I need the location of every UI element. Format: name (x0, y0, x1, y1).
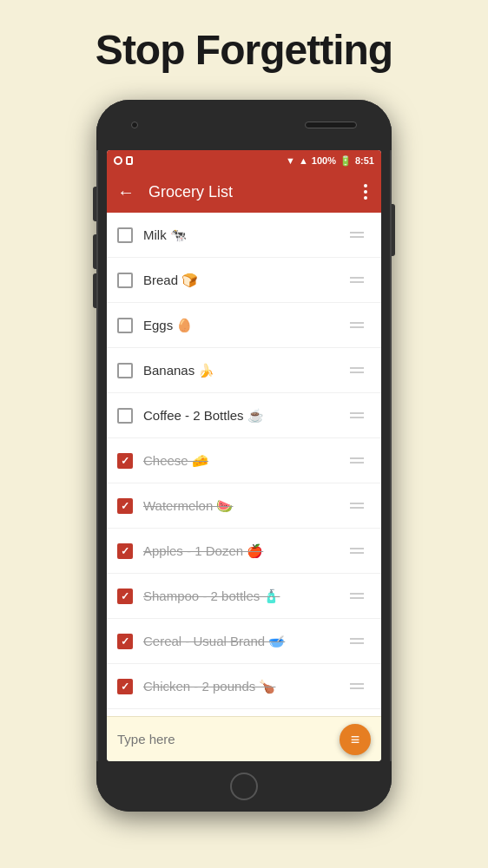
drag-line (350, 326, 364, 328)
list-item: Chicken - 2 pounds 🍗 (107, 664, 381, 709)
drag-line (350, 322, 364, 324)
item-text-7: Watermelon 🍉 (143, 498, 343, 514)
drag-handle-4[interactable] (343, 364, 371, 377)
list-item: Watermelon 🍉 (107, 483, 381, 529)
drag-handle-10[interactable] (343, 635, 371, 648)
item-text-11: Chicken - 2 pounds 🍗 (143, 679, 343, 694)
drag-handle-7[interactable] (343, 499, 371, 512)
phone-bottom-bar (96, 761, 392, 812)
dot-2 (364, 190, 367, 194)
status-bar: ▼ ▲ 100% 🔋 8:51 (107, 150, 381, 171)
checkbox-11[interactable] (117, 679, 133, 694)
fab-icon: ≡ (351, 732, 360, 747)
grocery-list: Milk 🐄Bread 🍞Eggs 🥚Bananas 🍌Coffee - 2 B… (107, 213, 381, 716)
add-item-fab[interactable]: ≡ (340, 724, 371, 755)
list-item: Milk 🐄 (107, 213, 381, 258)
signal-icon: ▲ (299, 155, 308, 166)
overflow-menu-button[interactable] (360, 181, 371, 203)
checkbox-7[interactable] (117, 498, 133, 514)
drag-line (350, 552, 364, 554)
item-text-2: Bread 🍞 (143, 273, 343, 288)
drag-handle-8[interactable] (343, 544, 371, 557)
checkbox-3[interactable] (117, 318, 133, 333)
battery-percent: 100% (312, 155, 336, 166)
drag-line (350, 277, 364, 279)
drag-line (350, 236, 364, 238)
item-text-6: Cheese 🧀 (143, 453, 343, 469)
drag-line (350, 642, 364, 644)
drag-line (350, 462, 364, 464)
dot-3 (364, 196, 367, 200)
checkbox-8[interactable] (117, 543, 133, 559)
item-text-3: Eggs 🥚 (143, 318, 343, 333)
drag-line (350, 457, 364, 459)
drag-line (350, 372, 364, 373)
list-item: Cheese 🧀 (107, 438, 381, 483)
drag-line (350, 548, 364, 549)
wifi-icon: ▼ (286, 155, 295, 166)
dot-1 (364, 184, 367, 187)
list-item: Coffee - 2 Bottles ☕ (107, 393, 381, 438)
item-text-1: Milk 🐄 (143, 227, 343, 243)
drag-handle-9[interactable] (343, 589, 371, 602)
phone-speaker (305, 122, 357, 128)
list-item: Cereal - Usual Brand 🥣 (107, 619, 381, 664)
list-item: Apples - 1 Dozen 🍎 (107, 529, 381, 574)
item-text-10: Cereal - Usual Brand 🥣 (143, 634, 343, 649)
list-item: Shampoo - 2 bottles 🧴 (107, 574, 381, 619)
drag-handle-3[interactable] (343, 319, 371, 332)
drag-handle-1[interactable] (343, 228, 371, 241)
status-lock-icon (126, 156, 133, 165)
phone-screen: ▼ ▲ 100% 🔋 8:51 ← Grocery List Milk 🐄Bre… (107, 150, 381, 761)
drag-line (350, 507, 364, 509)
drag-handle-2[interactable] (343, 273, 371, 286)
page-heading: Stop Forgetting (96, 26, 392, 74)
checkbox-2[interactable] (117, 273, 133, 288)
drag-line (350, 232, 364, 233)
drag-line (350, 503, 364, 504)
status-right-info: ▼ ▲ 100% 🔋 8:51 (286, 155, 374, 167)
checkbox-10[interactable] (117, 634, 133, 649)
list-item: Eggs 🥚 (107, 303, 381, 348)
list-item: Bread 🍞 (107, 258, 381, 303)
battery-icon: 🔋 (340, 155, 352, 167)
drag-line (350, 638, 364, 640)
drag-line (350, 281, 364, 283)
new-item-input[interactable] (117, 732, 340, 746)
time-display: 8:51 (355, 155, 374, 166)
phone-wrapper: ▼ ▲ 100% 🔋 8:51 ← Grocery List Milk 🐄Bre… (96, 100, 392, 812)
drag-line (350, 597, 364, 599)
list-item: Bananas 🍌 (107, 348, 381, 393)
back-button[interactable]: ← (117, 182, 135, 202)
item-text-9: Shampoo - 2 bottles 🧴 (143, 589, 343, 604)
app-bar-title: Grocery List (148, 183, 346, 201)
drag-line (350, 367, 364, 369)
checkbox-4[interactable] (117, 363, 133, 378)
checkbox-1[interactable] (117, 227, 133, 243)
item-text-8: Apples - 1 Dozen 🍎 (143, 543, 343, 559)
app-bar: ← Grocery List (107, 171, 381, 213)
drag-line (350, 417, 364, 418)
item-text-4: Bananas 🍌 (143, 363, 343, 378)
status-circle-icon (114, 156, 122, 165)
home-button[interactable] (230, 773, 258, 800)
drag-line (350, 683, 364, 685)
drag-handle-5[interactable] (343, 409, 371, 422)
phone-top-bar (96, 100, 392, 150)
phone-camera (131, 122, 138, 128)
checkbox-6[interactable] (117, 453, 133, 469)
status-left-icons (114, 156, 133, 165)
drag-handle-6[interactable] (343, 454, 371, 467)
checkbox-5[interactable] (117, 408, 133, 424)
drag-line (350, 412, 364, 414)
item-text-5: Coffee - 2 Bottles ☕ (143, 408, 343, 424)
checkbox-9[interactable] (117, 589, 133, 604)
drag-line (350, 687, 364, 689)
drag-handle-11[interactable] (343, 680, 371, 693)
bottom-input-bar: ≡ (107, 716, 381, 761)
drag-line (350, 593, 364, 595)
